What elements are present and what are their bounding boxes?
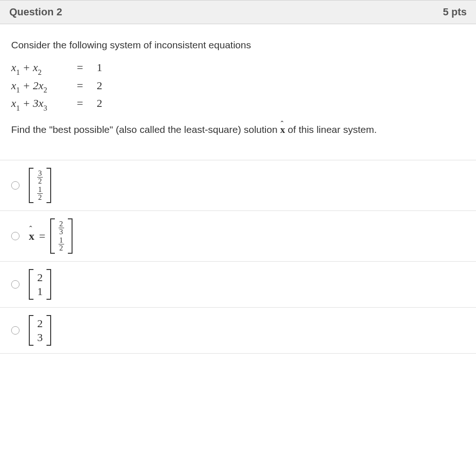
- option-b[interactable]: x = 23 12: [0, 211, 476, 262]
- equations-block: x1 + x2 = 1 x1 + 2x2 = 2 x1 + 3x3 = 2: [11, 60, 465, 112]
- answer-options: 32 12 x = 23 12: [0, 160, 476, 354]
- option-c-math: 2 1: [29, 269, 51, 300]
- equation-row: x1 + 2x2 = 2: [11, 78, 465, 95]
- option-b-math: x = 23 12: [29, 218, 73, 254]
- option-a[interactable]: 32 12: [0, 160, 476, 211]
- option-a-math: 32 12: [29, 168, 51, 203]
- option-d-math: 2 3: [29, 315, 51, 346]
- radio-icon[interactable]: [11, 181, 20, 190]
- prompt-ask: Find the "best possible" (also called th…: [11, 123, 465, 137]
- radio-icon[interactable]: [11, 232, 20, 240]
- equation-row: x1 + 3x3 = 2: [11, 96, 465, 112]
- option-c[interactable]: 2 1: [0, 262, 476, 308]
- equation-row: x1 + x2 = 1: [11, 60, 465, 77]
- option-d[interactable]: 2 3: [0, 308, 476, 354]
- prompt-intro: Consider the following system of inconsi…: [11, 38, 465, 52]
- question-points: 5 pts: [443, 6, 467, 18]
- radio-icon[interactable]: [11, 280, 20, 289]
- question-title: Question 2: [9, 6, 62, 18]
- question-body: Consider the following system of inconsi…: [0, 24, 476, 160]
- question-header: Question 2 5 pts: [0, 0, 476, 24]
- radio-icon[interactable]: [11, 326, 20, 335]
